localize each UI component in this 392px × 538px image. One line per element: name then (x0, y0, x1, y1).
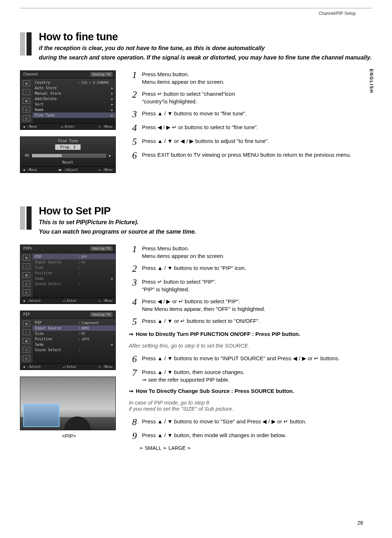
osd-row-label: Auto Store (35, 86, 79, 90)
osd-row: Position: (35, 270, 113, 276)
section-title: How to fine tune (39, 31, 372, 43)
channel-icon: ▦ (23, 98, 30, 104)
osd-row: Size: (35, 265, 113, 270)
sound-icon: ♪ (23, 89, 30, 95)
step-text: Press ▲ / ▼ buttons to move to "Size" an… (142, 418, 372, 425)
step-number: 6 (129, 151, 137, 160)
chevron-right-icon: ▶ (111, 92, 113, 95)
step-text: Press EXIT button to TV viewing or press… (142, 151, 372, 159)
step-text: Press ▲ / ▼ buttons to move to "fine tun… (142, 110, 372, 117)
osd-row-label: Sound Select (35, 348, 77, 352)
pip-example-image (20, 377, 116, 430)
step-item: 1Press Menu button. Menu items appear on… (129, 245, 372, 260)
step-text: Press ▲ / ▼ or ◀ / ▶ buttons to adjust "… (142, 137, 372, 145)
title-bars-icon (20, 206, 32, 230)
step-number: 7 (129, 368, 137, 378)
chevron-right-icon: ▶ (111, 343, 113, 346)
step-number: 1 (129, 70, 137, 80)
step-item: 5Press ▲ / ▼ or ◀ / ▶ buttons to adjust … (129, 137, 372, 147)
osd-title: Channel (23, 72, 38, 77)
step-number: 4 (129, 297, 137, 307)
osd-row: Sound Select: (35, 281, 113, 287)
colon-icon: : (77, 266, 81, 270)
osd-row-value: On (81, 260, 113, 264)
chevron-right-icon: ▶ (111, 97, 113, 101)
steps-list: 1Press Menu button. Menu items appear on… (129, 70, 372, 160)
osd-row: Fine Tune▶ (33, 112, 115, 118)
osd-row: Size:PC (35, 331, 113, 336)
section-intro-1: if the reception is clear, you do not ha… (39, 44, 372, 52)
step-item: 2Press ▲ / ▼ buttons to move to "PIP" ic… (129, 264, 372, 274)
osd-row: Input Source:On (35, 259, 113, 265)
steps-list: 1Press Menu button. Menu items appear on… (129, 245, 372, 327)
osd-row: PIP:Component (35, 320, 113, 325)
osd-pip-menu-1: PIPn Analog TV ▣ ♪ ▦ ◫ ✿ PIP:OffInput So… (20, 245, 116, 304)
step-number: 1 (129, 245, 137, 254)
osd-row-label: Sound Select (35, 282, 77, 286)
picture-icon: ▣ (23, 255, 30, 260)
osd-row-label: Input Source (35, 260, 77, 264)
osd-row-value: iDTV (81, 337, 113, 341)
osd-row-label: Position (35, 271, 77, 275)
osd-title: Fine Tune (20, 139, 115, 143)
osd-row: Sound Select: (35, 347, 113, 353)
colon-icon: : (77, 321, 81, 325)
colon-icon: : (77, 81, 81, 85)
chevron-right-icon: ▶ (111, 103, 113, 106)
osd-row-label: Name (35, 108, 79, 112)
note-sub-source: ➞ How To Directly Change Sub Source : Pr… (129, 388, 372, 394)
step-text: Press ▲ / ▼ or ↵ buttons to select to "O… (142, 317, 372, 325)
step-item: 2Press ↵ button to select "channel"icon … (129, 90, 372, 105)
section-title: How to Set PIP (39, 205, 196, 217)
osd-hint-enter: ↵:Enter (63, 299, 77, 303)
arrow-right-icon: ➞ (129, 331, 134, 337)
osd-title: PIP (23, 312, 30, 317)
channel-icon: ▦ (23, 338, 30, 344)
step-number: 5 (129, 317, 137, 327)
step-number: 4 (129, 123, 137, 133)
osd-mode: Analog TV (90, 72, 113, 77)
step-item: 6Press ▲ / ▼ buttons to move to "INPUT S… (129, 354, 372, 364)
setup-icon: ✿ (23, 115, 30, 121)
osd-row-label: Swap (35, 342, 79, 346)
step-text: Press Menu button. Menu items appear on … (142, 70, 372, 86)
osd-row-label: Swap (35, 276, 79, 280)
osd-row-value: CIS / E.EUROPE (81, 81, 113, 85)
colon-icon: : (77, 332, 81, 336)
chevron-right-icon: ▶ (111, 277, 113, 280)
step-text: Press Menu button. Menu items appear on … (142, 245, 372, 260)
picture-icon: ▣ (23, 321, 30, 327)
osd-mode: Analog TV (90, 246, 113, 251)
step-number: 2 (129, 90, 137, 99)
osd-hint-menu: ▭ :Menu (99, 168, 113, 172)
osd-hint-enter: ↵:Enter (61, 125, 75, 128)
osd-row-label: Manual Store (35, 91, 79, 95)
osd-row: Swap▶ (35, 342, 113, 347)
colon-icon: : (77, 326, 81, 330)
steps-list: 6Press ▲ / ▼ buttons to move to "INPUT S… (129, 354, 372, 383)
note-pip-onoff: ➞ How to Directly Turn PIP FUNCTION ON/O… (129, 331, 372, 337)
arrow-right-icon: ➞ (129, 388, 134, 394)
prog-badge: Prog. 3 (55, 144, 81, 150)
sound-icon: ♪ (23, 263, 30, 269)
osd-row-value: PC (81, 332, 113, 336)
colon-icon: : (77, 271, 81, 275)
channel-icon: ▦ (23, 272, 30, 278)
fine-tune-value: 40 (25, 153, 29, 157)
osd-row-label: PIP (35, 255, 77, 259)
osd-row: Country:CIS / E.EUROPE (35, 80, 113, 85)
step-text: Press ◀ / ▶ ↵ or buttons to select to "f… (142, 123, 372, 131)
osd-row: Name▶ (35, 107, 113, 112)
step-text: Press ↵ button to select "channel"icon "… (142, 90, 372, 105)
setup-icon: ✿ (23, 289, 30, 295)
pip-icon: ◫ (23, 281, 30, 287)
osd-pip-menu-2: PIP Analog TV ▣ ♪ ▦ ◫ ✿ PIP:ComponentInp… (20, 311, 116, 370)
section-intro-2: You can watch two programs or source at … (39, 228, 196, 236)
pip-image-caption: <PIP> (20, 433, 118, 439)
reset-button: Reset (20, 159, 115, 167)
step-item: 3Press ↵ button to select "PIP". "PIP" i… (129, 278, 372, 293)
title-bars-icon (20, 32, 32, 56)
step-number: 3 (129, 278, 137, 287)
step-number: 6 (129, 354, 137, 364)
osd-hint-menu: ▭ :Menu (99, 125, 113, 128)
